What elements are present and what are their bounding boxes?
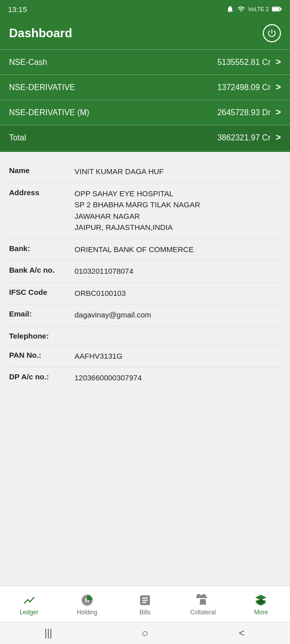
telephone-row: Telephone: xyxy=(9,327,281,346)
bank-label: Bank: xyxy=(9,244,75,253)
nav-collateral[interactable]: Collateral xyxy=(174,593,232,616)
dp-ac-value: 1203660000307974 xyxy=(75,372,141,384)
dp-ac-row: DP A/c no.: 1203660000307974 xyxy=(9,367,281,389)
header: Dashboard xyxy=(0,18,290,49)
total-row[interactable]: Total 3862321.97 Cr > xyxy=(0,125,290,150)
power-icon xyxy=(267,28,277,38)
info-section: Name VINIT KUMAR DAGA HUF Address OPP SA… xyxy=(0,152,290,586)
nse-cash-label: NSE-Cash xyxy=(9,58,47,67)
recent-apps-button[interactable]: ||| xyxy=(37,622,59,645)
address-row: Address OPP SAHAY EYE HOSPITALSP 2 BHABH… xyxy=(9,183,281,239)
holding-label: Holding xyxy=(77,609,97,616)
total-arrow: > xyxy=(275,132,281,143)
more-icon xyxy=(254,593,267,607)
wifi-icon xyxy=(237,5,245,13)
nse-derivative-m-arrow: > xyxy=(275,107,281,118)
ifsc-row: IFSC Code ORBC0100103 xyxy=(9,283,281,305)
more-label: More xyxy=(254,609,268,616)
page-title: Dashboard xyxy=(9,26,72,40)
total-right: 3862321.97 Cr > xyxy=(218,132,281,143)
ledger-icon xyxy=(23,593,36,607)
nse-derivative-value: 1372498.09 Cr xyxy=(218,83,271,92)
bottom-nav: Ledger Holding Bills Collateral xyxy=(0,586,290,622)
status-time: 13:15 xyxy=(8,5,27,14)
alarm-icon xyxy=(226,5,234,13)
nse-cash-value: 5135552.81 Cr xyxy=(218,58,271,67)
status-bar: 13:15 VoLTE 2 xyxy=(0,0,290,18)
pan-label: PAN No.: xyxy=(9,351,75,359)
power-button[interactable] xyxy=(263,24,281,42)
nse-cash-right: 5135552.81 Cr > xyxy=(218,57,281,67)
system-nav: ||| ○ < xyxy=(0,622,290,644)
home-button[interactable]: ○ xyxy=(134,622,156,645)
svg-rect-2 xyxy=(280,8,282,10)
name-label: Name xyxy=(9,166,75,175)
bank-ac-value: 01032011078074 xyxy=(75,266,133,277)
bank-value: ORIENTAL BANK OF COMMERCE xyxy=(75,244,194,256)
back-icon: < xyxy=(239,627,245,639)
nav-ledger[interactable]: Ledger xyxy=(0,593,58,616)
name-value: VINIT KUMAR DAGA HUF xyxy=(75,166,164,178)
name-row: Name VINIT KUMAR DAGA HUF xyxy=(9,161,281,183)
nse-derivative-m-label: NSE-DERIVATIVE (M) xyxy=(9,108,89,117)
total-value: 3862321.97 Cr xyxy=(218,133,271,142)
nse-derivative-m-row[interactable]: NSE-DERIVATIVE (M) 2645728.93 Dr > xyxy=(0,100,290,125)
ifsc-value: ORBC0100103 xyxy=(75,288,126,299)
nse-cash-arrow: > xyxy=(275,57,281,67)
telephone-label: Telephone: xyxy=(9,332,75,340)
home-icon: ○ xyxy=(141,627,148,640)
nse-derivative-arrow: > xyxy=(275,82,281,93)
ledger-label: Ledger xyxy=(20,609,38,616)
collateral-label: Collateral xyxy=(190,609,216,616)
nse-derivative-label: NSE-DERIVATIVE xyxy=(9,83,75,92)
svg-rect-1 xyxy=(272,8,279,11)
pan-value: AAFHV3131G xyxy=(75,351,122,362)
ifsc-label: IFSC Code xyxy=(9,288,75,296)
address-value: OPP SAHAY EYE HOSPITALSP 2 BHABHA MARG T… xyxy=(75,188,200,233)
nse-derivative-m-right: 2645728.93 Dr > xyxy=(218,107,281,118)
signal-text: VoLTE 2 xyxy=(248,6,269,12)
email-label: Email: xyxy=(9,309,75,318)
nav-bills[interactable]: Bills xyxy=(116,593,174,616)
email-row: Email: dagavinay@gmail.com xyxy=(9,304,281,327)
email-value: dagavinay@gmail.com xyxy=(75,309,151,321)
address-label: Address xyxy=(9,188,75,197)
status-icons: VoLTE 2 xyxy=(226,5,282,13)
bills-icon xyxy=(138,593,152,607)
bank-ac-label: Bank A/c no. xyxy=(9,266,75,274)
financial-section: NSE-Cash 5135552.81 Cr > NSE-DERIVATIVE … xyxy=(0,49,290,152)
back-button[interactable]: < xyxy=(231,622,253,645)
recent-apps-icon: ||| xyxy=(44,627,52,639)
collateral-icon xyxy=(196,593,209,607)
dp-ac-label: DP A/c no.: xyxy=(9,372,75,381)
battery-icon xyxy=(272,6,282,13)
holding-icon xyxy=(81,593,94,607)
bank-ac-row: Bank A/c no. 01032011078074 xyxy=(9,261,281,283)
nse-derivative-right: 1372498.09 Cr > xyxy=(218,82,281,93)
pan-row: PAN No.: AAFHV3131G xyxy=(9,346,281,368)
nse-cash-row[interactable]: NSE-Cash 5135552.81 Cr > xyxy=(0,49,290,74)
nav-holding[interactable]: Holding xyxy=(58,593,116,616)
bank-row: Bank: ORIENTAL BANK OF COMMERCE xyxy=(9,239,281,261)
total-label: Total xyxy=(9,133,26,142)
bills-label: Bills xyxy=(139,609,151,616)
nse-derivative-row[interactable]: NSE-DERIVATIVE 1372498.09 Cr > xyxy=(0,74,290,100)
nav-more[interactable]: More xyxy=(232,593,290,616)
nse-derivative-m-value: 2645728.93 Dr xyxy=(218,108,271,117)
